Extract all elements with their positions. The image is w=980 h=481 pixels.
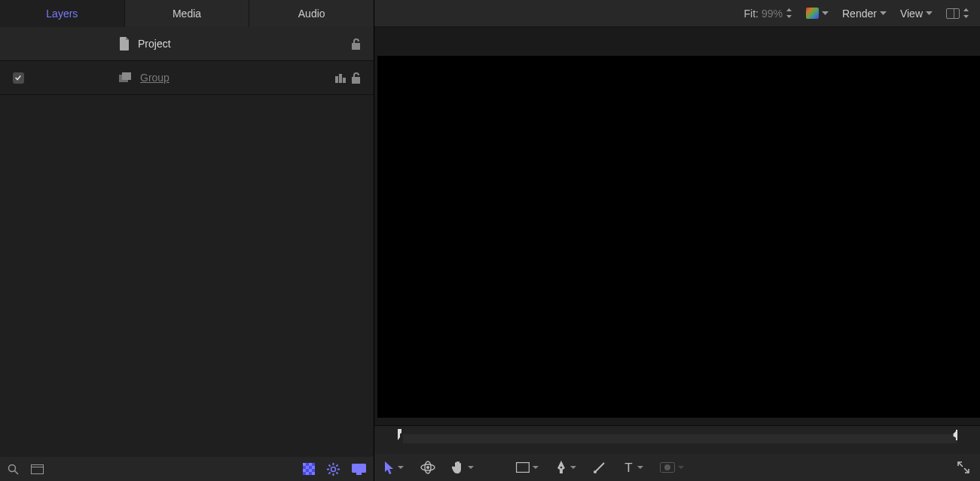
fit-value: 99%: [762, 8, 783, 20]
chevron-down-icon: [822, 11, 829, 16]
project-row[interactable]: Project: [0, 27, 374, 61]
fit-dropdown[interactable]: Fit: 99%: [744, 8, 792, 20]
svg-point-39: [664, 464, 670, 470]
canvas-toolbar: T: [374, 454, 980, 481]
svg-rect-27: [352, 464, 366, 473]
fit-label: Fit:: [744, 8, 759, 20]
svg-point-18: [331, 467, 336, 471]
viewer-panel: Fit: 99% Render View: [374, 0, 980, 481]
render-dropdown[interactable]: Render: [842, 8, 887, 20]
render-label: Render: [842, 8, 877, 20]
orbit-tool[interactable]: [420, 461, 435, 474]
layers-footer: [0, 457, 374, 481]
svg-line-6: [15, 470, 19, 474]
layout-icon: [946, 8, 960, 19]
svg-line-26: [336, 464, 337, 466]
panel-icon[interactable]: [31, 464, 44, 474]
stepper-icon: [963, 8, 969, 18]
text-tool[interactable]: T: [623, 462, 643, 473]
document-icon: [119, 37, 130, 51]
svg-line-41: [964, 468, 969, 473]
svg-rect-11: [309, 463, 312, 466]
chevron-down-icon: [678, 466, 684, 470]
canvas[interactable]: [377, 56, 980, 418]
lock-icon[interactable]: [351, 72, 362, 84]
brush-tool[interactable]: [593, 461, 606, 474]
chevron-down-icon: [926, 11, 933, 16]
chevron-down-icon: [570, 466, 576, 470]
layout-dropdown[interactable]: [946, 8, 969, 19]
chevron-down-icon: [468, 466, 474, 470]
svg-point-33: [426, 466, 429, 469]
svg-rect-15: [309, 469, 312, 472]
svg-rect-16: [306, 472, 309, 475]
svg-rect-28: [356, 473, 362, 475]
svg-rect-13: [312, 466, 315, 469]
pen-tool[interactable]: [555, 461, 576, 474]
svg-rect-3: [339, 74, 342, 83]
sidebar-tabs: Layers Media Audio: [0, 0, 374, 27]
in-marker-icon[interactable]: [395, 429, 405, 443]
out-marker-icon[interactable]: [951, 430, 959, 442]
tab-media[interactable]: Media: [125, 0, 250, 27]
svg-rect-4: [343, 78, 346, 83]
svg-rect-34: [517, 463, 530, 473]
lock-icon[interactable]: [351, 38, 362, 50]
tab-audio[interactable]: Audio: [249, 0, 374, 27]
svg-rect-2: [335, 76, 338, 83]
view-label: View: [900, 8, 923, 20]
svg-line-40: [958, 462, 963, 467]
mini-timeline[interactable]: [374, 425, 980, 454]
group-checkbox[interactable]: [13, 72, 24, 84]
tab-layers[interactable]: Layers: [0, 0, 125, 27]
color-channel-dropdown[interactable]: [806, 8, 829, 19]
gear-icon[interactable]: [327, 463, 340, 476]
view-dropdown[interactable]: View: [900, 8, 933, 20]
svg-rect-17: [312, 472, 315, 475]
screen-icon[interactable]: [352, 464, 366, 475]
mask-tool[interactable]: [660, 462, 684, 473]
project-label: Project: [138, 38, 171, 50]
chevron-down-icon: [880, 11, 887, 16]
hand-tool[interactable]: [452, 461, 474, 474]
group-icon: [119, 72, 133, 83]
viewer-topbar: Fit: 99% Render View: [374, 0, 980, 27]
search-icon[interactable]: [8, 464, 19, 475]
isolate-icon[interactable]: [335, 72, 347, 83]
svg-point-35: [560, 467, 563, 469]
color-swatch-icon: [806, 8, 819, 19]
layers-panel: Layers Media Audio Project: [0, 0, 374, 481]
svg-point-5: [9, 464, 16, 471]
group-label: Group: [140, 72, 169, 84]
svg-line-23: [329, 464, 331, 466]
svg-rect-10: [303, 463, 306, 466]
svg-rect-1: [122, 72, 131, 80]
svg-point-36: [594, 470, 597, 473]
svg-text:T: T: [624, 462, 632, 473]
svg-line-25: [329, 472, 331, 473]
group-row[interactable]: Group: [0, 61, 374, 95]
chevron-down-icon: [533, 466, 539, 470]
svg-rect-12: [306, 466, 309, 469]
svg-rect-7: [32, 464, 44, 473]
shape-tool[interactable]: [516, 462, 539, 473]
select-tool[interactable]: [385, 461, 404, 474]
expand-icon[interactable]: [957, 461, 969, 473]
canvas-area: [374, 27, 980, 425]
chevron-down-icon: [398, 466, 404, 470]
svg-rect-14: [303, 469, 306, 472]
mini-timeline-track[interactable]: [403, 434, 957, 443]
svg-line-24: [336, 472, 337, 473]
stepper-icon: [786, 8, 792, 18]
chevron-down-icon: [637, 466, 643, 470]
checker-icon[interactable]: [303, 463, 315, 475]
layers-empty-area[interactable]: [0, 95, 374, 457]
